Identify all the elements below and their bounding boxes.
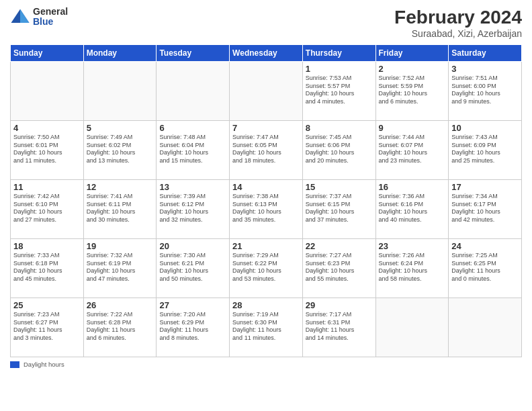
day-info: Sunrise: 7:41 AM Sunset: 6:11 PM Dayligh…: [87, 193, 154, 224]
main-title: February 2024: [394, 7, 522, 28]
day-cell: 13Sunrise: 7:39 AM Sunset: 6:12 PM Dayli…: [157, 180, 230, 239]
day-info: Sunrise: 7:48 AM Sunset: 6:04 PM Dayligh…: [159, 134, 226, 165]
day-cell: 7Sunrise: 7:47 AM Sunset: 6:05 PM Daylig…: [230, 121, 303, 180]
title-section: February 2024 Suraabad, Xizi, Azerbaijan: [394, 7, 522, 39]
day-info: Sunrise: 7:42 AM Sunset: 6:10 PM Dayligh…: [13, 193, 81, 224]
day-cell: [375, 298, 449, 357]
day-cell: 12Sunrise: 7:41 AM Sunset: 6:11 PM Dayli…: [83, 180, 157, 239]
day-cell: 27Sunrise: 7:20 AM Sunset: 6:29 PM Dayli…: [157, 298, 230, 357]
day-cell: 24Sunrise: 7:25 AM Sunset: 6:25 PM Dayli…: [449, 239, 522, 298]
day-number: 20: [159, 241, 226, 251]
logo: General Blue: [10, 7, 68, 28]
header: General Blue February 2024 Suraabad, Xiz…: [10, 7, 522, 39]
week-row-2: 11Sunrise: 7:42 AM Sunset: 6:10 PM Dayli…: [11, 180, 522, 239]
col-thursday: Thursday: [302, 45, 375, 62]
day-number: 26: [87, 300, 154, 310]
day-cell: 28Sunrise: 7:19 AM Sunset: 6:30 PM Dayli…: [230, 298, 303, 357]
day-info: Sunrise: 7:45 AM Sunset: 6:06 PM Dayligh…: [306, 134, 373, 165]
day-cell: 9Sunrise: 7:44 AM Sunset: 6:07 PM Daylig…: [375, 121, 449, 180]
day-info: Sunrise: 7:32 AM Sunset: 6:19 PM Dayligh…: [87, 252, 154, 283]
day-cell: 3Sunrise: 7:51 AM Sunset: 6:00 PM Daylig…: [449, 62, 522, 121]
day-cell: 25Sunrise: 7:23 AM Sunset: 6:27 PM Dayli…: [11, 298, 84, 357]
day-info: Sunrise: 7:23 AM Sunset: 6:27 PM Dayligh…: [13, 311, 81, 342]
day-number: 23: [379, 241, 446, 251]
day-number: 14: [232, 182, 300, 192]
day-number: 18: [13, 241, 81, 251]
day-number: 9: [379, 123, 446, 133]
day-cell: 23Sunrise: 7:26 AM Sunset: 6:24 PM Dayli…: [375, 239, 449, 298]
day-number: 19: [87, 241, 154, 251]
day-info: Sunrise: 7:47 AM Sunset: 6:05 PM Dayligh…: [232, 134, 300, 165]
day-cell: 16Sunrise: 7:36 AM Sunset: 6:16 PM Dayli…: [375, 180, 449, 239]
day-number: 4: [13, 123, 81, 133]
day-info: Sunrise: 7:38 AM Sunset: 6:13 PM Dayligh…: [232, 193, 300, 224]
day-number: 2: [379, 64, 446, 74]
day-info: Sunrise: 7:51 AM Sunset: 6:00 PM Dayligh…: [451, 75, 519, 106]
day-info: Sunrise: 7:49 AM Sunset: 6:02 PM Dayligh…: [87, 134, 154, 165]
day-number: 29: [306, 300, 373, 310]
day-info: Sunrise: 7:34 AM Sunset: 6:17 PM Dayligh…: [451, 193, 519, 224]
day-info: Sunrise: 7:17 AM Sunset: 6:31 PM Dayligh…: [306, 311, 373, 342]
day-number: 8: [306, 123, 373, 133]
calendar-body: 1Sunrise: 7:53 AM Sunset: 5:57 PM Daylig…: [11, 62, 522, 357]
page: General Blue February 2024 Suraabad, Xiz…: [0, 0, 532, 411]
subtitle: Suraabad, Xizi, Azerbaijan: [394, 28, 522, 39]
col-sunday: Sunday: [11, 45, 84, 62]
legend-box: [10, 361, 19, 368]
day-number: 25: [13, 300, 81, 310]
day-cell: 20Sunrise: 7:30 AM Sunset: 6:21 PM Dayli…: [157, 239, 230, 298]
day-info: Sunrise: 7:39 AM Sunset: 6:12 PM Dayligh…: [159, 193, 226, 224]
day-info: Sunrise: 7:52 AM Sunset: 5:59 PM Dayligh…: [379, 75, 446, 106]
day-number: 21: [232, 241, 300, 251]
day-number: 27: [159, 300, 226, 310]
day-number: 3: [451, 64, 519, 74]
day-cell: [11, 62, 84, 121]
day-info: Sunrise: 7:27 AM Sunset: 6:23 PM Dayligh…: [306, 252, 373, 283]
day-number: 22: [306, 241, 373, 251]
day-number: 15: [306, 182, 373, 192]
day-info: Sunrise: 7:22 AM Sunset: 6:28 PM Dayligh…: [87, 311, 154, 342]
day-cell: 4Sunrise: 7:50 AM Sunset: 6:01 PM Daylig…: [11, 121, 84, 180]
day-info: Sunrise: 7:20 AM Sunset: 6:29 PM Dayligh…: [159, 311, 226, 342]
day-number: 17: [451, 182, 519, 192]
day-cell: 8Sunrise: 7:45 AM Sunset: 6:06 PM Daylig…: [302, 121, 375, 180]
col-saturday: Saturday: [449, 45, 522, 62]
week-row-1: 4Sunrise: 7:50 AM Sunset: 6:01 PM Daylig…: [11, 121, 522, 180]
day-number: 7: [232, 123, 300, 133]
day-cell: 29Sunrise: 7:17 AM Sunset: 6:31 PM Dayli…: [302, 298, 375, 357]
week-row-0: 1Sunrise: 7:53 AM Sunset: 5:57 PM Daylig…: [11, 62, 522, 121]
day-info: Sunrise: 7:37 AM Sunset: 6:15 PM Dayligh…: [306, 193, 373, 224]
day-cell: 1Sunrise: 7:53 AM Sunset: 5:57 PM Daylig…: [302, 62, 375, 121]
day-cell: [157, 62, 230, 121]
day-cell: 21Sunrise: 7:29 AM Sunset: 6:22 PM Dayli…: [230, 239, 303, 298]
day-cell: 19Sunrise: 7:32 AM Sunset: 6:19 PM Dayli…: [83, 239, 157, 298]
day-info: Sunrise: 7:33 AM Sunset: 6:18 PM Dayligh…: [13, 252, 81, 283]
week-row-4: 25Sunrise: 7:23 AM Sunset: 6:27 PM Dayli…: [11, 298, 522, 357]
day-info: Sunrise: 7:25 AM Sunset: 6:25 PM Dayligh…: [451, 252, 519, 283]
day-cell: 10Sunrise: 7:43 AM Sunset: 6:09 PM Dayli…: [449, 121, 522, 180]
day-info: Sunrise: 7:36 AM Sunset: 6:16 PM Dayligh…: [379, 193, 446, 224]
day-info: Sunrise: 7:26 AM Sunset: 6:24 PM Dayligh…: [379, 252, 446, 283]
day-info: Sunrise: 7:53 AM Sunset: 5:57 PM Dayligh…: [306, 75, 373, 106]
day-cell: 17Sunrise: 7:34 AM Sunset: 6:17 PM Dayli…: [449, 180, 522, 239]
day-info: Sunrise: 7:44 AM Sunset: 6:07 PM Dayligh…: [379, 134, 446, 165]
legend-label: Daylight hours: [24, 361, 64, 368]
day-info: Sunrise: 7:43 AM Sunset: 6:09 PM Dayligh…: [451, 134, 519, 165]
day-number: 1: [306, 64, 373, 74]
day-cell: 14Sunrise: 7:38 AM Sunset: 6:13 PM Dayli…: [230, 180, 303, 239]
day-cell: [83, 62, 157, 121]
logo-general-label: General: [33, 7, 68, 17]
day-number: 13: [159, 182, 226, 192]
day-number: 12: [87, 182, 154, 192]
day-cell: 18Sunrise: 7:33 AM Sunset: 6:18 PM Dayli…: [11, 239, 84, 298]
day-info: Sunrise: 7:50 AM Sunset: 6:01 PM Dayligh…: [13, 134, 81, 165]
calendar-header: Sunday Monday Tuesday Wednesday Thursday…: [11, 45, 522, 62]
day-number: 10: [451, 123, 519, 133]
day-cell: 15Sunrise: 7:37 AM Sunset: 6:15 PM Dayli…: [302, 180, 375, 239]
day-number: 5: [87, 123, 154, 133]
day-cell: 2Sunrise: 7:52 AM Sunset: 5:59 PM Daylig…: [375, 62, 449, 121]
day-info: Sunrise: 7:19 AM Sunset: 6:30 PM Dayligh…: [232, 311, 300, 342]
day-cell: 5Sunrise: 7:49 AM Sunset: 6:02 PM Daylig…: [83, 121, 157, 180]
col-wednesday: Wednesday: [230, 45, 303, 62]
day-cell: 6Sunrise: 7:48 AM Sunset: 6:04 PM Daylig…: [157, 121, 230, 180]
